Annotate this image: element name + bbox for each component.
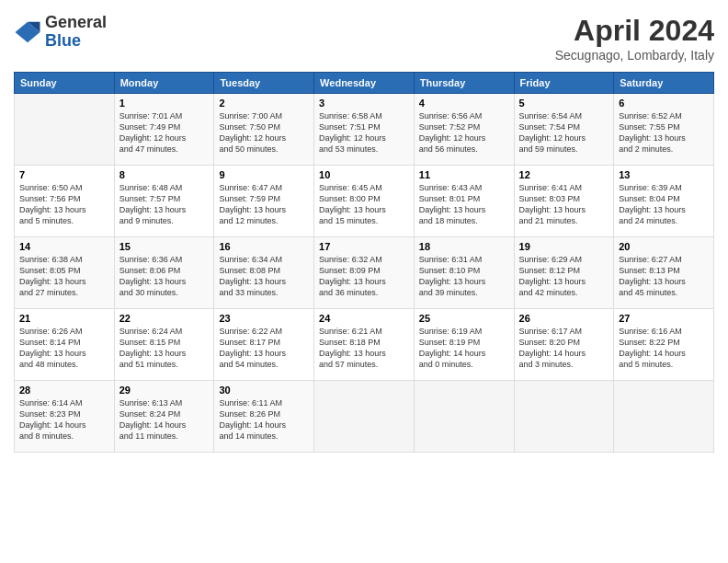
- day-number: 22: [119, 313, 210, 324]
- calendar-day-cell: 30Sunrise: 6:11 AMSunset: 8:26 PMDayligh…: [214, 381, 314, 453]
- day-info: Sunrise: 6:24 AMSunset: 8:15 PMDaylight:…: [119, 326, 210, 371]
- day-info: Sunrise: 6:13 AMSunset: 8:24 PMDaylight:…: [119, 397, 210, 442]
- calendar-day-cell: 1Sunrise: 7:01 AMSunset: 7:49 PMDaylight…: [114, 94, 214, 166]
- day-info: Sunrise: 6:52 AMSunset: 7:55 PMDaylight:…: [619, 110, 709, 155]
- calendar-day-header: Friday: [514, 73, 614, 94]
- day-number: 1: [119, 98, 210, 109]
- day-info: Sunrise: 6:45 AMSunset: 8:00 PMDaylight:…: [319, 182, 409, 227]
- calendar-week-row: 28Sunrise: 6:14 AMSunset: 8:23 PMDayligh…: [15, 381, 714, 453]
- day-info: Sunrise: 6:48 AMSunset: 7:57 PMDaylight:…: [119, 182, 210, 227]
- calendar-header-row: SundayMondayTuesdayWednesdayThursdayFrid…: [15, 73, 714, 94]
- day-number: 29: [119, 385, 210, 396]
- day-info: Sunrise: 6:14 AMSunset: 8:23 PMDaylight:…: [19, 397, 109, 442]
- day-number: 2: [219, 98, 309, 109]
- calendar-day-cell: 13Sunrise: 6:39 AMSunset: 8:04 PMDayligh…: [614, 166, 714, 237]
- day-number: 26: [519, 313, 609, 324]
- day-number: 3: [319, 98, 409, 109]
- calendar-week-row: 1Sunrise: 7:01 AMSunset: 7:49 PMDaylight…: [15, 94, 714, 166]
- day-number: 21: [19, 313, 109, 324]
- calendar-day-cell: 4Sunrise: 6:56 AMSunset: 7:52 PMDaylight…: [414, 94, 514, 166]
- logo-line1: General: [45, 14, 107, 32]
- day-number: 16: [219, 241, 309, 252]
- day-number: 27: [619, 313, 709, 324]
- day-number: 7: [19, 169, 109, 180]
- day-number: 8: [119, 169, 210, 180]
- day-info: Sunrise: 7:01 AMSunset: 7:49 PMDaylight:…: [119, 110, 210, 155]
- logo-icon: [14, 18, 41, 46]
- day-info: Sunrise: 6:38 AMSunset: 8:05 PMDaylight:…: [19, 254, 109, 299]
- day-number: 4: [419, 98, 509, 109]
- calendar-day-cell: 7Sunrise: 6:50 AMSunset: 7:56 PMDaylight…: [15, 166, 115, 237]
- day-info: Sunrise: 6:27 AMSunset: 8:13 PMDaylight:…: [619, 254, 709, 299]
- calendar-week-row: 21Sunrise: 6:26 AMSunset: 8:14 PMDayligh…: [15, 309, 714, 381]
- day-info: Sunrise: 6:56 AMSunset: 7:52 PMDaylight:…: [419, 110, 509, 155]
- calendar-day-cell: 12Sunrise: 6:41 AMSunset: 8:03 PMDayligh…: [514, 166, 614, 237]
- day-info: Sunrise: 6:22 AMSunset: 8:17 PMDaylight:…: [219, 326, 309, 371]
- calendar-day-cell: 6Sunrise: 6:52 AMSunset: 7:55 PMDaylight…: [614, 94, 714, 166]
- calendar-day-cell: [514, 381, 614, 453]
- location-subtitle: Secugnago, Lombardy, Italy: [555, 48, 714, 63]
- calendar-day-header: Thursday: [414, 73, 514, 94]
- day-number: 10: [319, 169, 409, 180]
- day-info: Sunrise: 6:58 AMSunset: 7:51 PMDaylight:…: [319, 110, 409, 155]
- logo: General Blue: [14, 14, 107, 51]
- day-number: 17: [319, 241, 409, 252]
- calendar-day-cell: 9Sunrise: 6:47 AMSunset: 7:59 PMDaylight…: [214, 166, 314, 237]
- calendar-day-cell: 3Sunrise: 6:58 AMSunset: 7:51 PMDaylight…: [314, 94, 415, 166]
- calendar-day-header: Sunday: [15, 73, 115, 94]
- day-info: Sunrise: 6:21 AMSunset: 8:18 PMDaylight:…: [319, 326, 409, 371]
- day-info: Sunrise: 6:41 AMSunset: 8:03 PMDaylight:…: [519, 182, 609, 227]
- calendar-day-cell: 15Sunrise: 6:36 AMSunset: 8:06 PMDayligh…: [114, 237, 214, 309]
- calendar-day-cell: 11Sunrise: 6:43 AMSunset: 8:01 PMDayligh…: [414, 166, 514, 237]
- title-section: April 2024 Secugnago, Lombardy, Italy: [555, 14, 714, 63]
- day-number: 25: [419, 313, 509, 324]
- calendar-day-cell: 14Sunrise: 6:38 AMSunset: 8:05 PMDayligh…: [15, 237, 115, 309]
- day-number: 5: [519, 98, 609, 109]
- day-number: 20: [619, 241, 709, 252]
- header: General Blue April 2024 Secugnago, Lomba…: [14, 14, 714, 63]
- calendar-day-cell: 17Sunrise: 6:32 AMSunset: 8:09 PMDayligh…: [314, 237, 415, 309]
- day-info: Sunrise: 6:16 AMSunset: 8:22 PMDaylight:…: [619, 326, 709, 371]
- day-number: 14: [19, 241, 109, 252]
- calendar-day-cell: [614, 381, 714, 453]
- calendar-day-header: Wednesday: [314, 73, 415, 94]
- day-number: 24: [319, 313, 409, 324]
- day-info: Sunrise: 6:19 AMSunset: 8:19 PMDaylight:…: [419, 326, 509, 371]
- day-info: Sunrise: 6:11 AMSunset: 8:26 PMDaylight:…: [219, 397, 309, 442]
- calendar-day-cell: 24Sunrise: 6:21 AMSunset: 8:18 PMDayligh…: [314, 309, 415, 381]
- day-number: 13: [619, 169, 709, 180]
- day-info: Sunrise: 6:26 AMSunset: 8:14 PMDaylight:…: [19, 326, 109, 371]
- day-info: Sunrise: 6:17 AMSunset: 8:20 PMDaylight:…: [519, 326, 609, 371]
- day-info: Sunrise: 6:32 AMSunset: 8:09 PMDaylight:…: [319, 254, 409, 299]
- calendar-day-cell: 18Sunrise: 6:31 AMSunset: 8:10 PMDayligh…: [414, 237, 514, 309]
- day-number: 9: [219, 169, 309, 180]
- day-number: 30: [219, 385, 309, 396]
- calendar-day-cell: 27Sunrise: 6:16 AMSunset: 8:22 PMDayligh…: [614, 309, 714, 381]
- calendar-day-cell: 19Sunrise: 6:29 AMSunset: 8:12 PMDayligh…: [514, 237, 614, 309]
- calendar-day-cell: 20Sunrise: 6:27 AMSunset: 8:13 PMDayligh…: [614, 237, 714, 309]
- calendar-day-cell: 25Sunrise: 6:19 AMSunset: 8:19 PMDayligh…: [414, 309, 514, 381]
- calendar-day-header: Saturday: [614, 73, 714, 94]
- day-info: Sunrise: 7:00 AMSunset: 7:50 PMDaylight:…: [219, 110, 309, 155]
- calendar-day-cell: [414, 381, 514, 453]
- day-number: 15: [119, 241, 210, 252]
- day-info: Sunrise: 6:36 AMSunset: 8:06 PMDaylight:…: [119, 254, 210, 299]
- calendar-day-cell: [15, 94, 115, 166]
- calendar-day-cell: 26Sunrise: 6:17 AMSunset: 8:20 PMDayligh…: [514, 309, 614, 381]
- calendar-day-cell: 10Sunrise: 6:45 AMSunset: 8:00 PMDayligh…: [314, 166, 415, 237]
- day-info: Sunrise: 6:31 AMSunset: 8:10 PMDaylight:…: [419, 254, 509, 299]
- calendar-table: SundayMondayTuesdayWednesdayThursdayFrid…: [14, 72, 714, 453]
- day-info: Sunrise: 6:43 AMSunset: 8:01 PMDaylight:…: [419, 182, 509, 227]
- day-number: 6: [619, 98, 709, 109]
- calendar-day-cell: 2Sunrise: 7:00 AMSunset: 7:50 PMDaylight…: [214, 94, 314, 166]
- day-number: 18: [419, 241, 509, 252]
- day-number: 12: [519, 169, 609, 180]
- day-info: Sunrise: 6:29 AMSunset: 8:12 PMDaylight:…: [519, 254, 609, 299]
- page-container: General Blue April 2024 Secugnago, Lomba…: [0, 0, 728, 462]
- day-number: 23: [219, 313, 309, 324]
- calendar-day-header: Monday: [114, 73, 214, 94]
- calendar-day-cell: [314, 381, 415, 453]
- month-title: April 2024: [555, 14, 714, 48]
- calendar-week-row: 7Sunrise: 6:50 AMSunset: 7:56 PMDaylight…: [15, 166, 714, 237]
- day-info: Sunrise: 6:47 AMSunset: 7:59 PMDaylight:…: [219, 182, 309, 227]
